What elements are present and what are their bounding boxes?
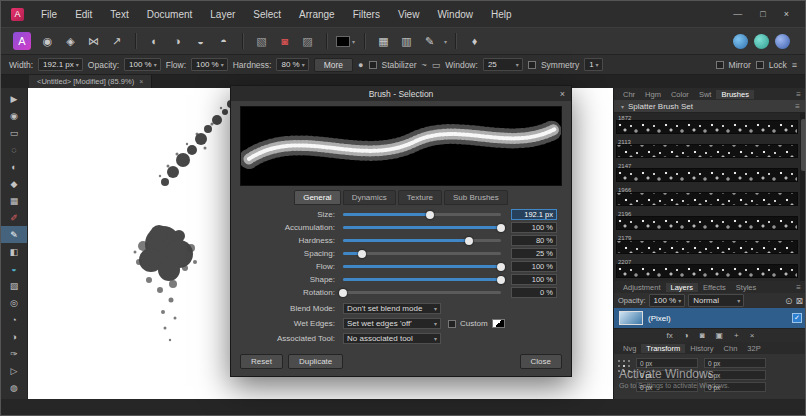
- lock-icon[interactable]: ⊠: [795, 296, 803, 306]
- width-field[interactable]: 192.1 px▾: [38, 58, 83, 71]
- window-field[interactable]: 25▾: [483, 58, 523, 71]
- brush-set-header[interactable]: ▾ Splatter Brush Set ≡: [614, 100, 806, 113]
- quick-mask-icon[interactable]: ◙: [274, 31, 295, 51]
- tab-brushes[interactable]: Brushes: [716, 90, 754, 99]
- menu-item-select[interactable]: Select: [244, 9, 290, 20]
- tab-general[interactable]: General: [294, 190, 340, 205]
- move-tool[interactable]: ▶: [1, 90, 27, 107]
- marquee-select-tool[interactable]: ▭: [1, 124, 27, 141]
- clone-brush-tool[interactable]: ◎: [1, 294, 27, 311]
- flow-field[interactable]: 100 %▾: [191, 58, 228, 71]
- tab-adjustment[interactable]: Adjustment: [618, 283, 666, 292]
- marquee-visibility-icon[interactable]: ▧: [251, 31, 272, 51]
- size-slider[interactable]: [343, 213, 501, 216]
- mask-icon[interactable]: ◙: [700, 331, 705, 340]
- panel-menu-icon[interactable]: ≡: [792, 60, 797, 70]
- brush-item[interactable]: 1872: [616, 114, 798, 138]
- accumulation-slider[interactable]: [343, 226, 501, 229]
- transform-rotation-field[interactable]: 0 px: [636, 382, 698, 392]
- delete-layer-icon[interactable]: ×: [750, 331, 755, 340]
- pen-tool[interactable]: ✑: [1, 345, 27, 362]
- slider-thumb[interactable]: [497, 263, 505, 271]
- menu-item-arrange[interactable]: Arrange: [290, 9, 344, 20]
- tab-color[interactable]: Color: [666, 90, 694, 99]
- minimize-button[interactable]: —: [733, 9, 742, 19]
- custom-checkbox[interactable]: [448, 320, 456, 328]
- mirror-checkbox[interactable]: [716, 61, 724, 69]
- slider-thumb[interactable]: [426, 211, 434, 219]
- liquify-persona-icon[interactable]: ◉: [37, 31, 58, 51]
- stabilizer-checkbox[interactable]: [369, 61, 377, 69]
- gear-icon[interactable]: ⊙: [785, 296, 793, 306]
- brush-panel-menu-icon[interactable]: ≡: [795, 102, 802, 111]
- tone-mapping-persona-icon[interactable]: ⋈: [83, 31, 104, 51]
- document-tab[interactable]: <Untitled> [Modified] (85.9%) ×: [29, 75, 152, 88]
- layer-effects-icon[interactable]: fx: [667, 331, 673, 340]
- close-button[interactable]: ×: [784, 9, 789, 19]
- hardness-slider[interactable]: [343, 239, 501, 242]
- hardness-value-field[interactable]: 80 %: [511, 235, 557, 246]
- blur-brush-tool[interactable]: ◔: [1, 311, 27, 328]
- flow-value-field[interactable]: 100 %: [511, 261, 557, 272]
- wet-edges-profile-swatch[interactable]: [492, 319, 505, 328]
- spacing-value-field[interactable]: 25 %: [511, 248, 557, 259]
- brush-item[interactable]: 1966: [616, 186, 798, 210]
- brush-item[interactable]: 2147: [616, 162, 798, 186]
- transform-height-field[interactable]: 0 px: [704, 370, 766, 380]
- tab-navigator[interactable]: Nvg: [618, 344, 641, 353]
- accumulation-value-field[interactable]: 100 %: [511, 222, 557, 233]
- symmetry-field[interactable]: 1▾: [584, 58, 602, 71]
- brush-item[interactable]: 2207: [616, 258, 798, 281]
- flow-slider[interactable]: [343, 265, 501, 268]
- shape-slider[interactable]: [343, 278, 501, 281]
- add-layer-icon[interactable]: +: [734, 331, 739, 340]
- export-persona-icon[interactable]: ↗: [106, 31, 127, 51]
- brush-list-scrollbar[interactable]: [800, 113, 806, 281]
- node-tool[interactable]: ▷: [1, 362, 27, 379]
- rope-stabilizer-icon[interactable]: ~: [422, 60, 427, 70]
- colour-picker-tool[interactable]: ✐: [1, 209, 27, 226]
- close-button[interactable]: Close: [520, 354, 562, 369]
- slider-thumb[interactable]: [358, 250, 366, 258]
- menu-item-view[interactable]: View: [389, 9, 429, 20]
- slider-thumb[interactable]: [497, 224, 505, 232]
- gradient-icon[interactable]: [754, 34, 769, 49]
- assistant-icon[interactable]: ♦: [464, 31, 485, 51]
- transform-y-field[interactable]: 0 px: [636, 370, 698, 380]
- slider-thumb[interactable]: [465, 237, 473, 245]
- chevron-down-icon[interactable]: ▾: [444, 38, 447, 45]
- duplicate-button[interactable]: Duplicate: [288, 354, 343, 369]
- maximize-button[interactable]: □: [760, 9, 765, 19]
- size-value-field[interactable]: 192.1 px: [511, 209, 557, 220]
- snapping-icon[interactable]: ▥: [396, 31, 417, 51]
- wet-edges-dropdown[interactable]: Set wet edges 'off'▾: [343, 318, 441, 329]
- tab-styles[interactable]: Styles: [731, 283, 761, 292]
- shape-value-field[interactable]: 100 %: [511, 274, 557, 285]
- view-tool[interactable]: ◉: [1, 107, 27, 124]
- background-colour-swatch[interactable]: ▾: [335, 31, 356, 51]
- rotation-value-field[interactable]: 0 %: [511, 287, 557, 298]
- menu-item-filters[interactable]: Filters: [344, 9, 389, 20]
- window-stabilizer-icon[interactable]: ▭: [432, 60, 441, 70]
- crop-tool[interactable]: ▦: [1, 192, 27, 209]
- group-layers-icon[interactable]: ▣: [716, 331, 724, 340]
- slider-thumb[interactable]: [339, 289, 347, 297]
- tab-channels[interactable]: Chn: [719, 344, 743, 353]
- grid-icon[interactable]: ▦: [373, 31, 394, 51]
- tab-history[interactable]: History: [685, 344, 718, 353]
- gradient-tool[interactable]: ▨: [1, 277, 27, 294]
- tab-effects[interactable]: Effects: [698, 283, 731, 292]
- brush-item[interactable]: 2179: [616, 234, 798, 258]
- brush-item[interactable]: 2196: [616, 210, 798, 234]
- dodge-brush-tool[interactable]: ◑: [1, 328, 27, 345]
- anchor-point-selector[interactable]: [618, 360, 630, 372]
- tab-close-icon[interactable]: ×: [139, 78, 143, 85]
- flood-select-tool[interactable]: ◆: [1, 175, 27, 192]
- menu-item-file[interactable]: File: [32, 9, 66, 20]
- erase-brush-tool[interactable]: ◧: [1, 243, 27, 260]
- lasso-select-tool[interactable]: ◌: [1, 141, 27, 158]
- symmetry-checkbox[interactable]: [528, 61, 536, 69]
- blend-mode-dropdown[interactable]: Normal▾: [688, 294, 744, 307]
- tab-chr[interactable]: Chr: [618, 90, 640, 99]
- blend-mode-dropdown[interactable]: Don't set blend mode▾: [343, 303, 441, 314]
